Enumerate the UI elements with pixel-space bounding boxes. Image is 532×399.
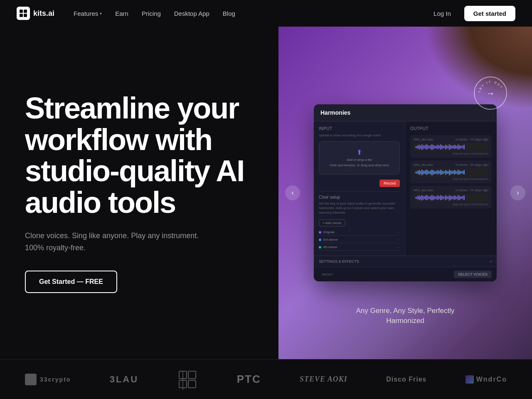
navbar: kits.ai Features ▾ Earn Pricing Desktop …	[0, 0, 532, 27]
output-item-3: 0ths_atu.wav 3 voices · 14 days ago impr…	[410, 186, 492, 209]
app-caption: Any Genre, Any Style, Perfectly Harmoniz…	[356, 306, 454, 326]
hero-subtitle: Clone voices. Sing like anyone. Play any…	[25, 230, 200, 254]
chevron-left-icon: ‹	[291, 189, 293, 197]
features-chevron-icon: ▾	[100, 11, 102, 16]
app-titlebar: Harmonies	[314, 104, 497, 121]
choir-setup-section: Choir setup Set the key of your input au…	[319, 191, 400, 251]
try-it-out-badge[interactable]: TRY IT OUT · TRY IT OUT · →	[474, 76, 507, 110]
enigmatic-logo-icon	[177, 369, 198, 390]
svg-rect-2	[20, 14, 23, 17]
hero-left: Streamline your workflow with studio-qua…	[0, 27, 278, 359]
select-voices-button[interactable]: SELECT VOICES	[454, 271, 492, 278]
logo-link[interactable]: kits.ai	[17, 7, 54, 20]
output-item-2: 0ths_atu.wav 3 voices · 14 days ago impr…	[410, 160, 492, 183]
svg-rect-1	[24, 10, 27, 13]
logo-blau: 3LAU	[110, 374, 138, 385]
app-bottom-bar: RESET SELECT VOICES	[314, 267, 497, 281]
logos-bar: 33crypto 3LAU PTC STEVE AOKI Disco Fries…	[0, 359, 532, 399]
hero-title: Streamline your workflow with studio-qua…	[25, 93, 254, 218]
svg-text:TRY IT OUT · TRY IT OUT ·: TRY IT OUT · TRY IT OUT ·	[475, 78, 505, 95]
wndrco-icon	[466, 375, 474, 384]
record-button[interactable]: Record	[379, 180, 400, 187]
crypto-icon	[25, 374, 37, 385]
svg-rect-0	[20, 10, 23, 13]
voice-3rd-above: 3rd above —	[319, 236, 400, 243]
app-upload-area[interactable]: ⬆ Add or drop a file Click and browse, o…	[319, 141, 400, 175]
reset-button[interactable]: RESET	[319, 271, 337, 278]
logo-text: kits.ai	[33, 9, 54, 18]
output-waveform-1	[414, 143, 488, 151]
logo-33crypto: 33crypto	[25, 374, 71, 385]
logo-wndrco: WndrCo	[466, 375, 507, 384]
logo-ptc: PTC	[237, 373, 261, 386]
logo-icon	[17, 7, 30, 20]
app-input-panel: Input Upload a clean recording of a sing…	[314, 121, 405, 256]
output-waveform-2	[414, 168, 488, 177]
carousel-prev-button[interactable]: ‹	[285, 185, 300, 200]
svg-rect-3	[24, 14, 27, 17]
upload-icon: ⬆	[357, 148, 362, 156]
nav-left: kits.ai Features ▾ Earn Pricing Desktop …	[17, 7, 241, 20]
nav-pricing[interactable]: Pricing	[136, 7, 167, 20]
voice-4th-below: 4th below —	[319, 244, 400, 251]
nav-earn[interactable]: Earn	[109, 7, 134, 20]
nav-blog[interactable]: Blog	[217, 7, 241, 20]
hero-cta-button[interactable]: Get Started — FREE	[25, 271, 117, 293]
get-started-nav-button[interactable]: Get started	[464, 6, 515, 21]
chevron-right-icon: ›	[517, 189, 519, 197]
output-waveform-3	[414, 194, 488, 202]
hero-section: Streamline your workflow with studio-qua…	[0, 27, 532, 359]
app-output-panel: Output 0ths_atu.wav 3 voices · 14 days a…	[405, 121, 497, 256]
svg-rect-6	[188, 371, 196, 379]
svg-rect-8	[188, 380, 196, 388]
app-screenshot: Harmonies Input Upload a clean recording…	[314, 104, 497, 282]
app-settings-bar: SETTINGS & EFFECTS ▾	[314, 256, 497, 267]
output-item-1: 0ths_atu.wav 3 voices · 14 days ago impr…	[410, 135, 492, 158]
nav-right: Log In Get started	[427, 6, 515, 21]
voice-list: Original — 3rd above — 4th below —	[319, 229, 400, 251]
add-voices-button[interactable]: + Add voices	[319, 219, 345, 227]
voice-original: Original —	[319, 229, 400, 236]
hero-right: ‹ TRY IT OUT · TRY IT OUT · → Harmonies	[278, 27, 532, 359]
nav-desktop-app[interactable]: Desktop App	[168, 7, 215, 20]
app-main-grid: Input Upload a clean recording of a sing…	[314, 121, 497, 256]
nav-links: Features ▾ Earn Pricing Desktop App Blog	[68, 7, 241, 20]
logo-disco-fries: Disco Fries	[386, 376, 426, 383]
login-button[interactable]: Log In	[427, 7, 458, 20]
logo-enigmatic	[177, 369, 198, 390]
logo-steve-aoki: STEVE AOKI	[300, 375, 347, 384]
nav-features[interactable]: Features ▾	[68, 7, 108, 20]
carousel-next-button[interactable]: ›	[510, 185, 525, 200]
